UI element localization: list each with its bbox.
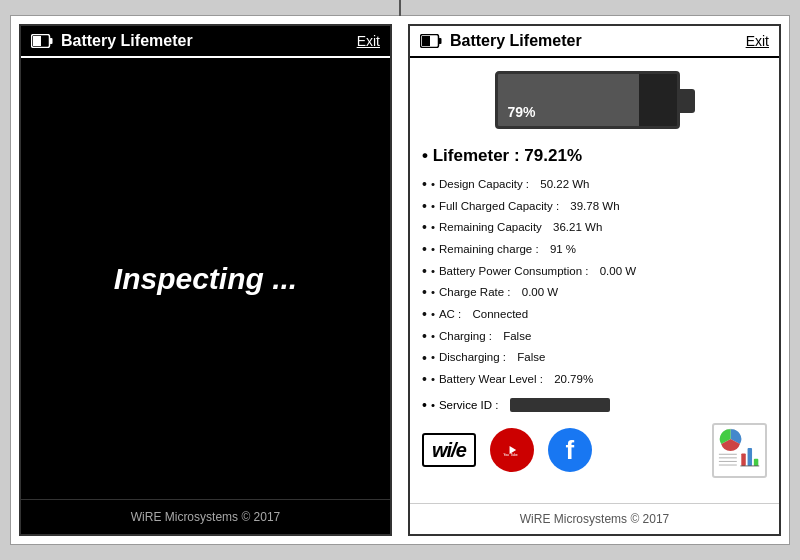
stat-value: Connected [473, 306, 529, 324]
wire-logo: wi/e [422, 433, 476, 467]
svg-text:Tube: Tube [511, 454, 518, 458]
right-panel: Battery Lifemeter Exit 79% • Lifemeter :… [408, 24, 781, 536]
gauge-tip [680, 89, 695, 113]
svg-rect-2 [50, 38, 53, 44]
stat-label: Remaining Capacity [439, 219, 542, 237]
connector-line [399, 0, 401, 16]
stat-row: • Battery Wear Level : 20.79% [422, 369, 767, 391]
stat-row: • Charging : False [422, 326, 767, 348]
lifemeter-value: 79.21% [524, 146, 582, 165]
left-panel-footer: WiRE Microsystems © 2017 [21, 499, 390, 534]
stat-label: Full Charged Capacity : [439, 198, 559, 216]
stat-label: Remaining charge : [439, 241, 539, 259]
svg-rect-13 [754, 459, 758, 466]
left-panel-body: Inspecting ... [21, 58, 390, 499]
lifemeter-label: Lifemeter : [433, 146, 520, 165]
stat-label: Charge Rate : [439, 284, 511, 302]
service-id-value [510, 398, 610, 412]
svg-rect-4 [422, 36, 430, 46]
right-exit-button[interactable]: Exit [746, 33, 769, 49]
stat-row: • Remaining Capacity 36.21 Wh [422, 217, 767, 239]
stats-list: • Design Capacity : 50.22 Wh• Full Charg… [422, 174, 767, 391]
left-panel-title: Battery Lifemeter [61, 32, 349, 50]
right-panel-footer: WiRE Microsystems © 2017 [410, 503, 779, 534]
left-panel: Battery Lifemeter Exit Inspecting ... Wi… [19, 24, 392, 536]
stat-row: • Full Charged Capacity : 39.78 Wh [422, 196, 767, 218]
stat-label: Battery Wear Level : [439, 371, 543, 389]
stat-value: 0.00 W [600, 263, 636, 281]
stat-row: • Discharging : False [422, 348, 767, 370]
stat-value: 20.79% [554, 371, 593, 389]
svg-rect-11 [741, 453, 745, 466]
svg-text:You: You [503, 454, 509, 458]
right-panel-header: Battery Lifemeter Exit [410, 26, 779, 58]
stat-label: Battery Power Consumption : [439, 263, 589, 281]
stat-value: 0.00 W [522, 284, 558, 302]
lifemeter-line: • Lifemeter : 79.21% [422, 146, 767, 166]
stat-label: Discharging : [439, 349, 506, 367]
stat-value: 91 % [550, 241, 576, 259]
facebook-button[interactable]: f [548, 428, 592, 472]
service-id-row: • Service ID : [422, 397, 767, 413]
stat-row: • AC : Connected [422, 304, 767, 326]
svg-rect-5 [439, 38, 442, 44]
svg-rect-12 [748, 448, 752, 466]
stat-value: False [517, 349, 545, 367]
stat-row: • Remaining charge : 91 % [422, 239, 767, 261]
bottom-icons: wi/e You Tube f [422, 423, 767, 478]
stat-row: • Charge Rate : 0.00 W [422, 282, 767, 304]
battery-gauge: 79% [495, 66, 695, 136]
inspecting-status: Inspecting ... [114, 262, 297, 296]
left-panel-header: Battery Lifemeter Exit [21, 26, 390, 58]
gauge-percentage: 79% [508, 104, 536, 120]
stat-value: 50.22 Wh [540, 176, 589, 194]
stat-value: False [503, 328, 531, 346]
stat-label: Design Capacity : [439, 176, 529, 194]
battery-header-icon-left [31, 34, 53, 48]
stat-row: • Battery Power Consumption : 0.00 W [422, 261, 767, 283]
stat-row: • Design Capacity : 50.22 Wh [422, 174, 767, 196]
right-panel-body: 79% • Lifemeter : 79.21% • Design Capaci… [410, 58, 779, 503]
battery-gauge-container: 79% [422, 66, 767, 136]
right-panel-title: Battery Lifemeter [450, 32, 738, 50]
stat-value: 39.78 Wh [570, 198, 619, 216]
main-container: Battery Lifemeter Exit Inspecting ... Wi… [10, 15, 790, 545]
left-exit-button[interactable]: Exit [357, 33, 380, 49]
stat-label: Charging : [439, 328, 492, 346]
service-id-label: Service ID : [439, 399, 498, 411]
gauge-body: 79% [495, 71, 680, 129]
stat-value: 36.21 Wh [553, 219, 602, 237]
stat-label: AC : [439, 306, 461, 324]
chart-icon [712, 423, 767, 478]
battery-header-icon-right [420, 34, 442, 48]
youtube-button[interactable]: You Tube [490, 428, 534, 472]
svg-rect-1 [33, 36, 41, 46]
